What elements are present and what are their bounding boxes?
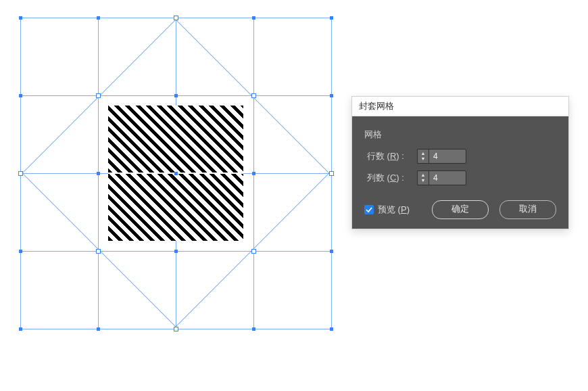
path-anchor-handle[interactable] [251,93,256,98]
preview-label-suffix: ) [407,204,410,214]
mesh-anchor[interactable] [97,172,100,175]
path-anchor-handle[interactable] [174,327,178,331]
mesh-anchor[interactable] [97,327,100,331]
mesh-anchor[interactable] [252,172,255,175]
dialog-footer: 预览 (P) 确定 取消 [364,200,556,219]
mesh-group-label: 网格 [364,129,556,141]
path-anchor-handle[interactable] [96,93,101,98]
cancel-button[interactable]: 取消 [499,200,556,219]
dialog-titlebar[interactable]: 封套网格 [352,97,568,116]
mesh-anchor[interactable] [252,16,255,20]
cols-label-suffix: ) : [396,172,404,183]
mesh-anchor[interactable] [330,16,333,20]
path-anchor-handle[interactable] [174,16,178,20]
artwork-hatch [108,106,243,173]
artwork-hatch [108,173,243,241]
rows-label: 行数 (R) : [367,150,417,162]
rows-input[interactable] [428,149,466,164]
mesh-anchor[interactable] [252,327,255,331]
mesh-anchor[interactable] [330,94,333,97]
stepper-arrows-icon[interactable]: ▲ ▼ [417,149,428,164]
mesh-anchor[interactable] [330,250,333,253]
mesh-anchor[interactable] [174,250,178,253]
dialog-title: 封套网格 [359,101,394,111]
rows-label-prefix: 行数 ( [367,151,390,161]
ok-button[interactable]: 确定 [432,200,489,219]
mesh-anchor[interactable] [19,94,22,97]
mesh-anchor[interactable] [330,327,333,331]
rows-field: 行数 (R) : ▲ ▼ [367,149,556,164]
preview-label: 预览 (P) [378,204,410,216]
chevron-up-icon[interactable]: ▲ [421,151,426,156]
rows-mnemonic: R [390,151,396,161]
path-anchor-handle[interactable] [329,171,334,176]
stepper-arrows-icon[interactable]: ▲ ▼ [417,170,428,185]
path-anchor-handle[interactable] [96,249,101,254]
mesh-anchor[interactable] [19,327,22,331]
preview-label-prefix: 预览 ( [378,204,401,214]
mesh-anchor[interactable] [174,172,178,175]
path-anchor-handle[interactable] [251,249,256,254]
dialog-body: 网格 行数 (R) : ▲ ▼ 列数 (C) : ▲ ▼ [352,116,568,229]
chevron-down-icon[interactable]: ▼ [421,178,426,183]
mesh-anchor[interactable] [97,16,100,20]
preview-mnemonic: P [401,204,407,214]
cols-mnemonic: C [390,172,396,183]
chevron-up-icon[interactable]: ▲ [421,172,426,178]
cols-field: 列数 (C) : ▲ ▼ [367,170,556,185]
cols-stepper[interactable]: ▲ ▼ [417,170,466,185]
rows-label-suffix: ) : [396,151,404,161]
mesh-anchor[interactable] [174,94,178,97]
mesh-anchor[interactable] [19,250,22,253]
envelope-mesh-dialog: 封套网格 网格 行数 (R) : ▲ ▼ 列数 (C) : ▲ [351,96,569,229]
path-anchor-handle[interactable] [18,171,23,176]
cols-input[interactable] [428,170,466,185]
envelope-bounding-box[interactable] [20,18,331,329]
rows-stepper[interactable]: ▲ ▼ [417,149,466,164]
mesh-anchor[interactable] [19,16,22,20]
cols-label-prefix: 列数 ( [367,172,390,183]
cols-label: 列数 (C) : [367,172,417,184]
preview-checkbox[interactable]: 预览 (P) [364,204,410,216]
checkbox-checked-icon[interactable] [364,205,374,214]
chevron-down-icon[interactable]: ▼ [421,156,426,162]
